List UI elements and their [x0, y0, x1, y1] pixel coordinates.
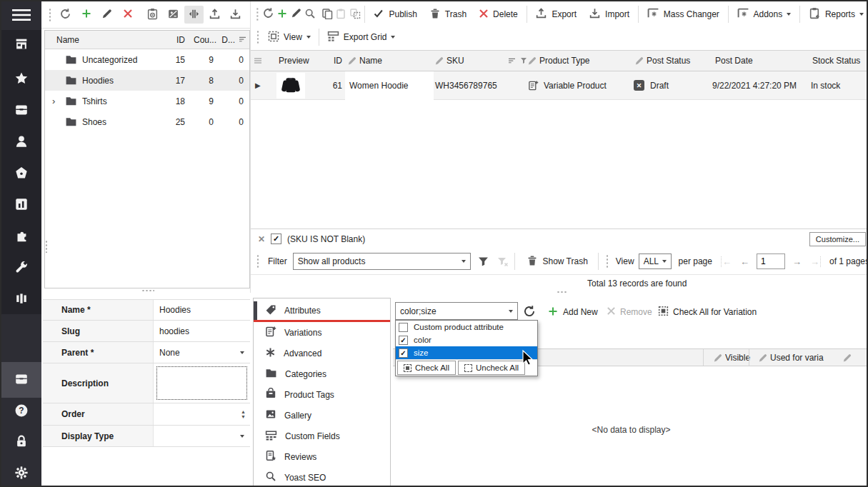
order-field[interactable]: ▲▼	[154, 403, 250, 425]
column-header-stock-status[interactable]: Stock Status	[812, 51, 860, 71]
clear-filter-button[interactable]	[497, 256, 509, 267]
description-textarea[interactable]	[156, 366, 247, 400]
last-page-button[interactable]: →	[810, 256, 821, 267]
category-add-button[interactable]	[76, 6, 96, 24]
remove-filter-button[interactable]: ✕	[258, 234, 265, 244]
parent-select[interactable]: None	[154, 342, 250, 363]
attribute-refresh-button[interactable]	[522, 303, 537, 319]
horizontal-splitter-grip[interactable]	[141, 289, 154, 292]
spinner-down-icon[interactable]: ▼	[241, 415, 246, 419]
category-column-split-button[interactable]	[184, 6, 204, 24]
filter-enabled-checkbox[interactable]: ✓	[271, 234, 281, 244]
column-header-id[interactable]: ID	[322, 51, 342, 71]
spinner-stepper[interactable]: ▲▼	[241, 410, 246, 419]
vertical-splitter-grip[interactable]	[45, 240, 48, 253]
checkbox-unchecked[interactable]	[399, 323, 408, 332]
import-button[interactable]: Import	[583, 5, 635, 24]
addons-button[interactable]: Addons	[732, 5, 797, 24]
sidebar-item-addons[interactable]	[14, 229, 29, 244]
sort-icon[interactable]	[239, 31, 246, 49]
column-header-count[interactable]: Cou...	[194, 31, 216, 49]
export-button[interactable]: Export	[529, 5, 582, 24]
tab-gallery[interactable]: Gallery	[254, 405, 390, 426]
dropdown-option-size[interactable]: ✓ size	[396, 346, 537, 359]
category-preview-button[interactable]	[143, 6, 162, 24]
grid-refresh-button[interactable]	[262, 6, 275, 24]
category-delete-button[interactable]	[118, 6, 137, 24]
tab-categories[interactable]: Categories	[254, 363, 390, 384]
tree-row-shoes[interactable]: Shoes 25 0 0	[45, 111, 249, 132]
next-page-button[interactable]: →	[792, 256, 802, 267]
sidebar-item-orders[interactable]	[14, 103, 29, 119]
sidebar-item-help[interactable]: ?	[14, 403, 29, 419]
toolbar-gripper[interactable]	[256, 30, 259, 44]
customize-button[interactable]: Customize...	[809, 232, 866, 246]
tree-row-hoodies[interactable]: Hoodies 17 8 0	[45, 70, 249, 91]
checkbox-checked[interactable]: ✓	[399, 348, 408, 358]
tab-reviews[interactable]: Reviews	[254, 446, 390, 467]
sidebar-item-settings[interactable]	[14, 466, 29, 481]
toolbar-gripper[interactable]	[606, 254, 609, 268]
category-image-button[interactable]	[164, 6, 183, 24]
sidebar-item-favorites[interactable]	[14, 71, 29, 87]
trash-button[interactable]: Trash	[424, 5, 472, 24]
column-header-used-for-variation[interactable]: Used for varia	[759, 349, 824, 366]
column-header-post-status[interactable]: Post Status	[635, 51, 690, 71]
remove-button[interactable]: Remove	[601, 303, 658, 321]
product-row[interactable]: ▶ 61 Women Hoodie WH3456789765 Variable …	[251, 71, 868, 100]
sidebar-item-basket[interactable]	[14, 166, 29, 181]
delete-button[interactable]: Delete	[473, 5, 524, 24]
filter-icon[interactable]	[520, 51, 527, 71]
tab-yoast-seo[interactable]: Yoast SEO	[254, 467, 390, 487]
sidebar-item-license[interactable]	[14, 434, 29, 450]
tab-custom-fields[interactable]: Custom Fields	[254, 426, 390, 446]
column-header-preview[interactable]: Preview	[279, 51, 309, 71]
grid-search-button[interactable]	[304, 6, 316, 24]
publish-button[interactable]: Publish	[367, 5, 422, 24]
slug-field[interactable]: hoodies	[154, 321, 250, 341]
tab-attributes[interactable]: Attributes	[254, 301, 390, 322]
show-trash-button[interactable]: Show Trash	[521, 252, 593, 271]
sidebar-item-customers[interactable]	[14, 134, 29, 150]
tree-row-uncategorized[interactable]: Uncategorized 15 9 0	[45, 49, 249, 70]
uncheck-all-button[interactable]: Uncheck All	[458, 361, 525, 375]
category-export-button[interactable]	[205, 6, 224, 24]
column-header-name[interactable]: Name	[56, 31, 79, 49]
checkbox-checked[interactable]: ✓	[399, 336, 408, 345]
name-field[interactable]: Hoodies	[154, 300, 250, 320]
menu-button[interactable]	[1, 1, 41, 30]
description-field[interactable]	[154, 363, 250, 403]
horizontal-splitter-grip[interactable]	[557, 291, 567, 293]
expand-chevron-icon[interactable]: ›	[52, 91, 55, 111]
copy-button[interactable]	[321, 6, 334, 24]
export-grid-button[interactable]: Export Grid	[321, 28, 401, 46]
tab-product-tags[interactable]: Product Tags	[254, 384, 390, 405]
column-header-post-date[interactable]: Post Date	[715, 51, 753, 71]
add-new-button[interactable]: Add New	[542, 303, 604, 321]
sidebar-item-reports[interactable]	[14, 197, 29, 213]
display-type-select[interactable]	[154, 426, 250, 446]
sidebar-item-tools[interactable]	[14, 260, 29, 276]
category-refresh-button[interactable]	[56, 6, 75, 24]
page-input[interactable]	[757, 253, 785, 269]
tree-row-tshirts[interactable]: › Tshirts 18 9 0	[45, 91, 249, 111]
sidebar-item-store[interactable]	[14, 37, 29, 53]
reports-button[interactable]: Reports	[803, 5, 868, 24]
check-all-button[interactable]: Check All	[397, 361, 456, 375]
toolbar-gripper[interactable]	[49, 8, 51, 22]
grid-add-button[interactable]	[276, 6, 289, 24]
toolbar-gripper[interactable]	[256, 254, 259, 268]
column-header-edit[interactable]	[843, 349, 852, 366]
paste-special-button[interactable]	[349, 6, 361, 24]
attribute-combobox[interactable]: color;size	[395, 302, 518, 320]
tab-advanced[interactable]: Advanced	[254, 343, 390, 363]
sort-icon[interactable]	[508, 51, 516, 71]
apply-filter-button[interactable]	[478, 256, 489, 267]
sidebar-item-products-active[interactable]	[14, 372, 29, 388]
column-header-d[interactable]: D...	[221, 31, 235, 49]
check-all-for-variation-button[interactable]: Check All for Variation	[652, 303, 762, 321]
category-edit-button[interactable]	[97, 6, 116, 24]
category-import-button[interactable]	[226, 6, 245, 24]
product-name-cell[interactable]: Women Hoodie	[345, 71, 434, 100]
column-header-product-type[interactable]: Product Type	[528, 51, 590, 71]
